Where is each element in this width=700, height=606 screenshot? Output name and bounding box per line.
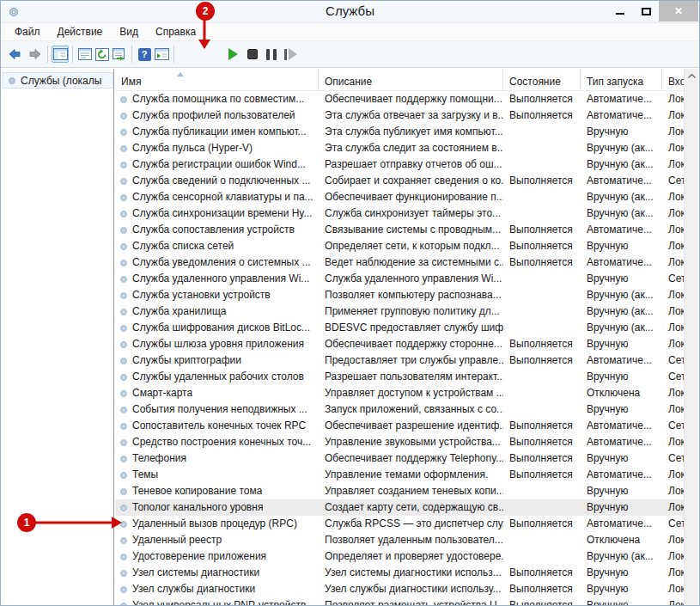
menu-file[interactable]: Файл	[15, 26, 40, 38]
service-gear-icon	[119, 340, 129, 350]
scroll-up-button[interactable]	[685, 69, 698, 83]
properties-button[interactable]	[76, 46, 94, 63]
service-row[interactable]: Телефония Обеспечивает поддержку Telepho…	[115, 450, 684, 467]
service-description: Обеспечивает разрешение идентиф...	[319, 418, 503, 434]
service-row[interactable]: Служба шифрования дисков BitLoc... BDESV…	[115, 320, 684, 336]
service-row[interactable]: Узел службы диагностики Узел службы диаг…	[115, 581, 684, 597]
service-row[interactable]: Средство построения конечных точ... Упра…	[115, 434, 684, 450]
service-gear-icon	[119, 552, 129, 562]
refresh-button[interactable]	[94, 46, 111, 63]
service-row[interactable]: Служба сенсорной клавиатуры и па... Обес…	[115, 189, 684, 205]
stop-service-button[interactable]	[244, 46, 261, 63]
pause-service-button[interactable]	[263, 46, 280, 63]
maximize-button[interactable]	[633, 1, 659, 21]
service-row[interactable]: Служба регистрации ошибок Wind... Разреш…	[115, 156, 684, 173]
service-row[interactable]: Служба помощника по совместим... Обеспеч…	[115, 91, 684, 107]
service-description: Обеспечивает функционирование п...	[319, 189, 503, 205]
service-logon: Лок	[662, 467, 684, 483]
service-name: Удаленный вызов процедур (RPC)	[132, 516, 297, 532]
close-button[interactable]: ✕	[659, 1, 698, 21]
service-description: Служба синхронизует таймеры это...	[319, 205, 503, 222]
service-row[interactable]: Удаленный вызов процедур (RPC) Служба RP…	[115, 516, 684, 532]
service-row[interactable]: Службы шлюза уровня приложения Обеспечив…	[115, 336, 684, 352]
service-row[interactable]: Тополог канального уровня Создает карту …	[115, 499, 684, 516]
service-name: Служба хранилища	[132, 303, 227, 320]
tree-item-services-local[interactable]: Службы (локалы	[3, 72, 113, 89]
service-logon: Лок	[662, 303, 684, 320]
service-row[interactable]: Служба удаленного управления Wi... Служб…	[115, 271, 684, 287]
service-row[interactable]: Служба списка сетей Определяет сети, к к…	[115, 238, 684, 254]
service-name: Смарт-карта	[132, 385, 192, 401]
pause-icon	[266, 49, 277, 60]
service-startup-type: Вручную (ак...	[581, 320, 662, 336]
service-status	[503, 483, 581, 499]
column-header-startup-type[interactable]: Тип запуска	[581, 69, 662, 91]
forward-button[interactable]	[27, 46, 44, 63]
service-row[interactable]: Служба уведомления о системных ... Ведет…	[115, 254, 684, 271]
service-description: Узел системы диагностики использ...	[319, 565, 503, 581]
service-status: Выполняется	[503, 91, 581, 107]
back-button[interactable]	[6, 46, 23, 63]
service-name: Служба синхронизации времени Hy...	[132, 205, 312, 222]
show-console-tree-button[interactable]	[52, 46, 69, 63]
service-row[interactable]: Теневое копирование тома Управляет созда…	[115, 483, 684, 499]
service-logon: Лок	[662, 222, 684, 238]
minimize-button[interactable]	[607, 1, 633, 21]
extended-pane-button[interactable]	[153, 46, 170, 63]
service-startup-type: Вручную (ак...	[581, 287, 662, 303]
service-row[interactable]: Служба установки устройств Позволяет ком…	[115, 287, 684, 303]
service-logon: Сет	[662, 418, 684, 434]
service-row[interactable]: События получения неподвижных ... Запуск…	[115, 401, 684, 418]
service-row[interactable]: Службы криптографии Предоставляет три сл…	[115, 352, 684, 369]
service-gear-icon	[119, 258, 129, 268]
service-row[interactable]: Служба сведений о подключенных ... Собир…	[115, 173, 684, 189]
service-row[interactable]: Служба синхронизации времени Hy... Служб…	[115, 205, 684, 222]
menu-help[interactable]: Справка	[155, 26, 196, 38]
service-name: Служба помощника по совместим...	[132, 91, 304, 107]
service-startup-type: Вручную (ак...	[581, 189, 662, 205]
help-button[interactable]: ?	[136, 46, 153, 63]
column-header-name[interactable]: Имя	[115, 69, 319, 91]
restart-service-button[interactable]	[282, 46, 299, 63]
services-window: Службы ✕ Файл Действие Вид Справка	[0, 0, 700, 606]
service-logon: Лок	[662, 483, 684, 499]
column-header-logon[interactable]: Вхо	[662, 69, 685, 91]
service-row[interactable]: Служба сопоставления устройств Связывани…	[115, 222, 684, 238]
service-logon: Лок	[662, 91, 684, 107]
service-logon: Лок	[662, 499, 684, 516]
service-row[interactable]: Темы Управление темами оформления. Выпол…	[115, 467, 684, 483]
column-header-status[interactable]: Состояние	[503, 69, 581, 91]
service-gear-icon	[119, 568, 129, 578]
menu-action[interactable]: Действие	[58, 26, 103, 38]
service-startup-type: Вручную	[581, 450, 662, 467]
service-name: Удаленный реестр	[132, 532, 222, 548]
service-row[interactable]: Смарт-карта Управляет доступом к устройс…	[115, 385, 684, 401]
service-row[interactable]: Служба хранилища Применяет групповую пол…	[115, 303, 684, 320]
service-status	[503, 124, 581, 140]
service-row[interactable]: Удостоверение приложения Определяет и пр…	[115, 548, 684, 565]
service-startup-type: Вручную (ак...	[581, 303, 662, 320]
service-row[interactable]: Служба публикации имен компьют... Эта сл…	[115, 124, 684, 140]
service-row[interactable]: Узел системы диагностики Узел системы ди…	[115, 565, 684, 581]
service-status: Выполняется	[503, 352, 581, 369]
service-startup-type: Вручную	[581, 336, 662, 352]
service-name: Сопоставитель конечных точек RPC	[132, 418, 306, 434]
window-title: Службы	[1, 3, 699, 18]
service-startup-type: Вручную	[581, 499, 662, 516]
vertical-scrollbar[interactable]	[684, 69, 698, 605]
service-description: Узел службы диагностики использу...	[319, 581, 503, 597]
service-row[interactable]: Служба профилей пользователей Эта служба…	[115, 107, 684, 124]
service-row[interactable]: Сопоставитель конечных точек RPC Обеспеч…	[115, 418, 684, 434]
service-row[interactable]: Службы удаленных рабочих столов Разрешае…	[115, 369, 684, 385]
service-row[interactable]: Узел универсальных PNP-устройств Позволя…	[115, 597, 684, 605]
service-logon: Сет	[662, 352, 684, 369]
column-header-description[interactable]: Описание	[319, 69, 503, 91]
service-row[interactable]: Удаленный реестр Позволяет удаленным пол…	[115, 532, 684, 548]
service-row[interactable]: Служба пульса (Hyper-V) Эта служба следи…	[115, 140, 684, 156]
menu-view[interactable]: Вид	[119, 26, 138, 38]
service-gear-icon	[119, 291, 129, 301]
start-service-button[interactable]	[224, 46, 241, 63]
minimize-icon	[616, 13, 624, 15]
export-list-button[interactable]	[111, 46, 128, 63]
service-logon: Сет	[662, 450, 684, 467]
